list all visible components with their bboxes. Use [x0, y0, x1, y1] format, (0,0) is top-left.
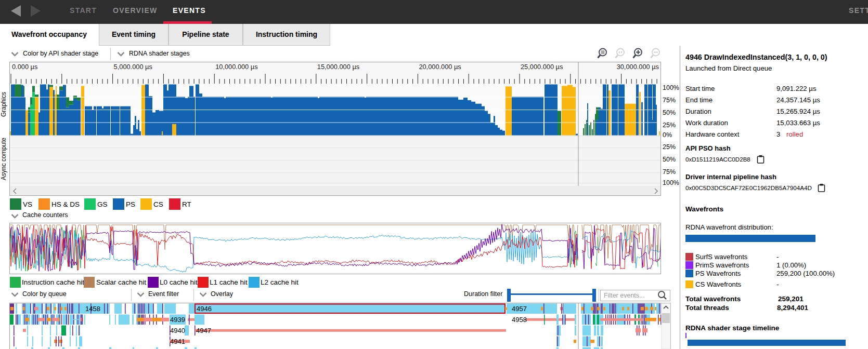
- svg-text:1458: 1458: [85, 305, 100, 313]
- svg-text:15,000.000 µs: 15,000.000 µs: [317, 63, 359, 71]
- svg-text:4958: 4958: [512, 316, 527, 324]
- svg-text:4957: 4957: [512, 305, 527, 313]
- svg-text:20,000.000 µs: 20,000.000 µs: [419, 63, 461, 71]
- svg-text:4941: 4941: [170, 338, 185, 345]
- svg-text:4946: 4946: [197, 305, 212, 313]
- svg-text:4947: 4947: [196, 327, 211, 334]
- svg-text:25,000.000 µs: 25,000.000 µs: [521, 63, 563, 71]
- svg-text:5,000.000 µs: 5,000.000 µs: [114, 63, 152, 71]
- svg-text:0.000 µs: 0.000 µs: [12, 63, 37, 71]
- svg-text:4939: 4939: [170, 316, 185, 324]
- svg-text:10,000.000 µs: 10,000.000 µs: [215, 63, 257, 71]
- svg-text:30,000.000 µs: 30,000.000 µs: [617, 63, 659, 71]
- svg-text:4940: 4940: [170, 327, 185, 334]
